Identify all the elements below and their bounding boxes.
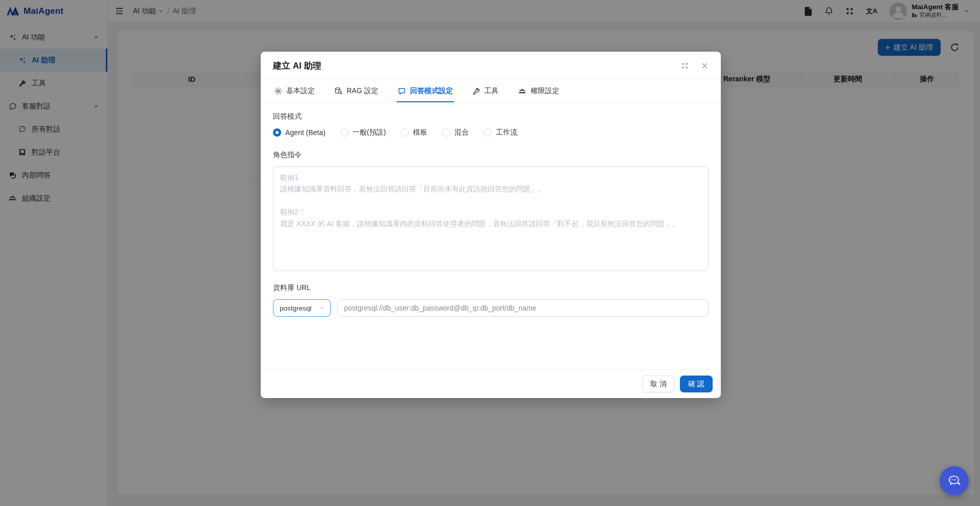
radio-agent-beta[interactable]: Agent (Beta) — [273, 128, 326, 137]
modal-footer: 取 消 確 認 — [261, 369, 721, 398]
radio-dot — [401, 128, 409, 137]
radio-dot — [484, 128, 492, 137]
database-url-row: postgresql — [273, 299, 709, 317]
answer-mode-label: 回答模式 — [273, 112, 709, 121]
tab-rag-settings[interactable]: RAG 設定 — [333, 79, 379, 102]
radio-general-default[interactable]: 一般(預設) — [340, 128, 386, 137]
database-url-label: 資料庫 URL — [273, 283, 709, 293]
cancel-button[interactable]: 取 消 — [642, 376, 675, 392]
chat-square-icon — [398, 87, 406, 95]
radio-dot — [442, 128, 450, 137]
modal-title: 建立 AI 助理 — [273, 60, 321, 72]
database-type-select[interactable]: postgresql — [273, 299, 331, 317]
radio-workflow[interactable]: 工作流 — [484, 128, 517, 137]
role-instructions-textarea[interactable] — [273, 166, 709, 271]
people-group-icon — [518, 87, 527, 96]
radio-template[interactable]: 模板 — [401, 128, 427, 137]
database-url-input[interactable] — [337, 299, 709, 317]
tab-basic-settings[interactable]: 基本設定 — [273, 79, 316, 102]
tab-answer-mode-settings[interactable]: 回答模式設定 — [397, 79, 454, 102]
answer-mode-radio-group: Agent (Beta) 一般(預設) 模板 混合 工作流 — [273, 128, 709, 137]
create-assistant-modal: 建立 AI 助理 基本設定 RAG 設定 回答模式 — [261, 52, 721, 398]
tab-permission-settings[interactable]: 權限設定 — [517, 79, 560, 102]
confirm-button[interactable]: 確 認 — [680, 376, 713, 392]
modal-header-icons — [681, 62, 709, 70]
modal-body: 回答模式 Agent (Beta) 一般(預設) 模板 混合 工作流 — [261, 102, 721, 369]
chat-bubbles-icon — [947, 473, 962, 489]
expand-icon[interactable] — [681, 62, 689, 70]
database-search-icon — [334, 87, 343, 95]
gear-icon — [274, 87, 282, 95]
tab-tools[interactable]: 工具 — [471, 79, 499, 102]
role-instructions-label: 角色指令 — [273, 150, 709, 160]
modal-tabs: 基本設定 RAG 設定 回答模式設定 工具 權限設定 — [261, 79, 721, 102]
modal-header: 建立 AI 助理 — [261, 52, 721, 79]
radio-hybrid[interactable]: 混合 — [442, 128, 469, 137]
chevron-down-icon — [319, 305, 325, 311]
database-type-value: postgresql — [280, 304, 311, 312]
close-icon[interactable] — [701, 62, 709, 70]
radio-dot — [340, 128, 349, 137]
radio-dot — [273, 128, 281, 137]
chat-widget-button[interactable] — [940, 466, 969, 495]
wrench-icon — [472, 87, 480, 95]
